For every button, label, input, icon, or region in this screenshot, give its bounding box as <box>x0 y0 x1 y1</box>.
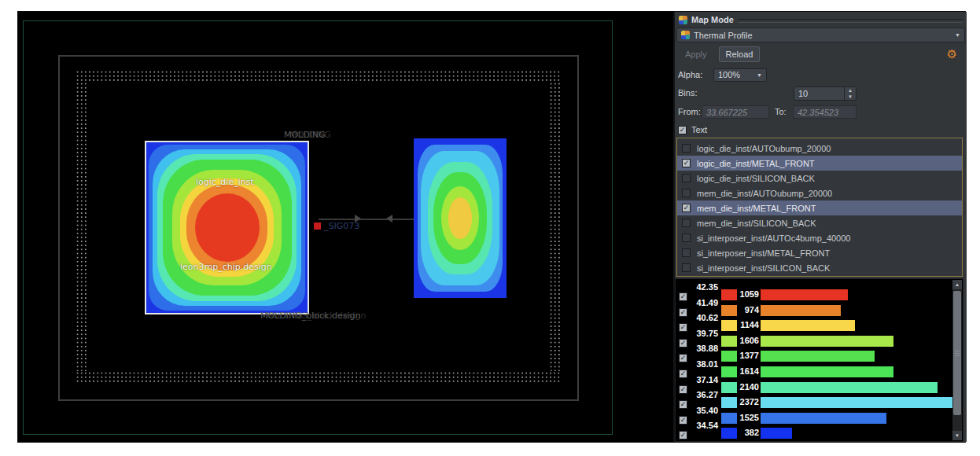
action-button-row: Apply Reload ⚙ <box>678 46 963 62</box>
bin-checkbox[interactable]: ✓ <box>679 370 687 378</box>
layer-item[interactable]: logic_die_inst/SILICON_BACK <box>677 171 962 186</box>
bin-bar <box>761 351 875 362</box>
layer-label: logic_die_inst/METAL_FRONT <box>697 159 815 168</box>
map-mode-value: Thermal Profile <box>694 31 753 40</box>
bin-count: 1144 <box>734 320 759 329</box>
scroll-down-icon[interactable]: ▼ <box>952 431 962 440</box>
bins-spinner[interactable]: 10 ▲ ▼ <box>794 86 857 101</box>
bins-label: Bins: <box>678 88 697 97</box>
layer-checkbox[interactable] <box>682 174 691 182</box>
layer-item[interactable]: mem_die_inst/AUTOubump_20000 <box>677 186 962 200</box>
text-checkbox[interactable]: ✓ <box>678 126 687 134</box>
net-marker-icon <box>314 222 321 230</box>
thermal-ring <box>195 193 260 262</box>
layer-checkbox[interactable] <box>682 189 691 197</box>
layer-label: si_interposer_inst/AUTOc4bump_40000 <box>697 234 850 243</box>
bin-checkbox[interactable]: ✓ <box>679 400 687 409</box>
map-mode-select[interactable]: Thermal Profile ▼ <box>676 28 965 42</box>
apply-button[interactable]: Apply <box>678 46 714 62</box>
layer-item[interactable]: logic_die_inst/AUTOubump_20000 <box>677 141 962 156</box>
bin-edge-label: 37.14 <box>688 375 718 384</box>
bin-count: 2140 <box>734 382 759 392</box>
to-label: To: <box>775 107 787 116</box>
layer-checkbox[interactable] <box>682 144 691 153</box>
connection-line <box>319 219 414 220</box>
logic-die-heatmap[interactable] <box>145 141 309 314</box>
alpha-label: Alpha: <box>678 70 702 79</box>
layer-checkbox[interactable] <box>682 248 691 257</box>
panel-titlebar[interactable]: Map Mode <box>679 13 963 26</box>
bin-edge-label: 35.40 <box>688 406 718 415</box>
bin-checkbox[interactable]: ✓ <box>679 339 687 348</box>
layer-label: mem_die_inst/METAL_FRONT <box>697 204 816 213</box>
bin-edge-label: 40.62 <box>688 313 718 322</box>
histogram-legend: ✓42.351059✓41.49974✓40.621144✓39.751606✓… <box>675 278 963 442</box>
layer-item[interactable]: si_interposer_inst/METAL_FRONT <box>677 245 962 260</box>
bin-checkbox[interactable]: ✓ <box>679 416 687 425</box>
bin-count: 1525 <box>734 413 759 422</box>
net-marker-label: _SIG073 <box>324 221 359 231</box>
bins-value: 10 <box>794 87 844 100</box>
to-field[interactable]: 42.354523 <box>793 105 857 119</box>
bin-edge-label: 39.75 <box>688 329 718 338</box>
layer-label: logic_die_inst/SILICON_BACK <box>697 174 815 183</box>
layer-item[interactable]: si_interposer_inst/AUTOc4bump_40000 <box>677 230 962 245</box>
range-row: From: 33.667225 To: 42.354523 <box>678 105 963 120</box>
logic-die-inst-label: logic_die_inst <box>196 177 254 187</box>
text-checkbox-label: Text <box>691 125 707 134</box>
layer-label: mem_die_inst/AUTOubump_20000 <box>697 189 832 198</box>
heatmap-icon <box>679 16 687 24</box>
layer-checkbox[interactable]: ✓ <box>682 159 691 167</box>
text-checkbox-row[interactable]: ✓ Text <box>678 124 707 135</box>
bin-checkbox[interactable]: ✓ <box>679 308 687 317</box>
bin-edge-label: 38.01 <box>688 359 718 369</box>
panel-title: Map Mode <box>691 15 734 24</box>
bin-bar <box>761 397 956 408</box>
spin-up-icon[interactable]: ▲ <box>845 87 856 94</box>
bin-bar <box>761 366 893 377</box>
bin-checkbox[interactable]: ✓ <box>679 354 687 362</box>
bump-array-left <box>76 82 88 371</box>
from-label: From: <box>678 107 701 116</box>
chevron-down-icon: ▼ <box>955 32 960 38</box>
bin-checkbox[interactable]: ✓ <box>679 323 687 332</box>
histogram-scrollbar[interactable]: ▲ ▼ <box>952 280 962 440</box>
alpha-select[interactable]: 100% ▼ <box>713 68 767 82</box>
spin-down-icon[interactable]: ▼ <box>845 94 856 100</box>
bin-checkbox[interactable]: ✓ <box>679 431 687 439</box>
mem-die-heatmap[interactable] <box>414 138 507 298</box>
bins-row: Bins: 10 ▲ ▼ <box>678 86 959 101</box>
thermal-ring <box>448 197 473 239</box>
layer-label: si_interposer_inst/SILICON_BACK <box>697 263 830 273</box>
bin-bar <box>761 428 792 439</box>
layer-checkbox[interactable]: ✓ <box>682 204 691 212</box>
gear-icon[interactable]: ⚙ <box>947 46 957 62</box>
layer-item[interactable]: ✓mem_die_inst/METAL_FRONT <box>677 200 962 215</box>
thermal-canvas[interactable]: MOLDING MOLDING_block.design logic_die_i… <box>18 12 673 442</box>
titlebar-groove <box>738 19 963 23</box>
layer-label: mem_die_inst/SILICON_BACK <box>697 219 816 228</box>
bin-count: 1377 <box>734 351 759 360</box>
bump-array-right <box>549 82 562 371</box>
histogram-row: ✓34.54382 <box>676 425 949 441</box>
layer-checkbox[interactable] <box>682 263 691 272</box>
molding-bottom-label: MOLDING_block.design <box>260 311 360 321</box>
layer-item[interactable]: mem_die_inst/SILICON_BACK <box>677 215 962 230</box>
layer-checkbox[interactable] <box>682 234 691 242</box>
bin-edge-label: 36.27 <box>688 390 718 399</box>
layer-list[interactable]: logic_die_inst/AUTOubump_20000✓logic_die… <box>676 138 963 277</box>
bin-count: 1614 <box>734 366 759 376</box>
scrollbar-thumb[interactable] <box>953 291 961 415</box>
scroll-up-icon[interactable]: ▲ <box>952 280 962 289</box>
layer-item[interactable]: si_interposer_inst/SILICON_BACK <box>677 260 962 275</box>
logic-die-design-label: leon3mp_chip.design <box>180 262 272 272</box>
bin-edge-label: 42.35 <box>688 282 718 292</box>
reload-button[interactable]: Reload <box>719 46 761 62</box>
bin-checkbox[interactable]: ✓ <box>679 385 687 394</box>
from-field[interactable]: 33.667225 <box>702 105 769 119</box>
bin-bar <box>761 320 855 331</box>
layer-checkbox[interactable] <box>682 219 691 227</box>
layer-item[interactable]: ✓logic_die_inst/METAL_FRONT <box>677 156 962 171</box>
bin-checkbox[interactable]: ✓ <box>679 292 687 301</box>
alpha-value: 100% <box>718 70 740 79</box>
